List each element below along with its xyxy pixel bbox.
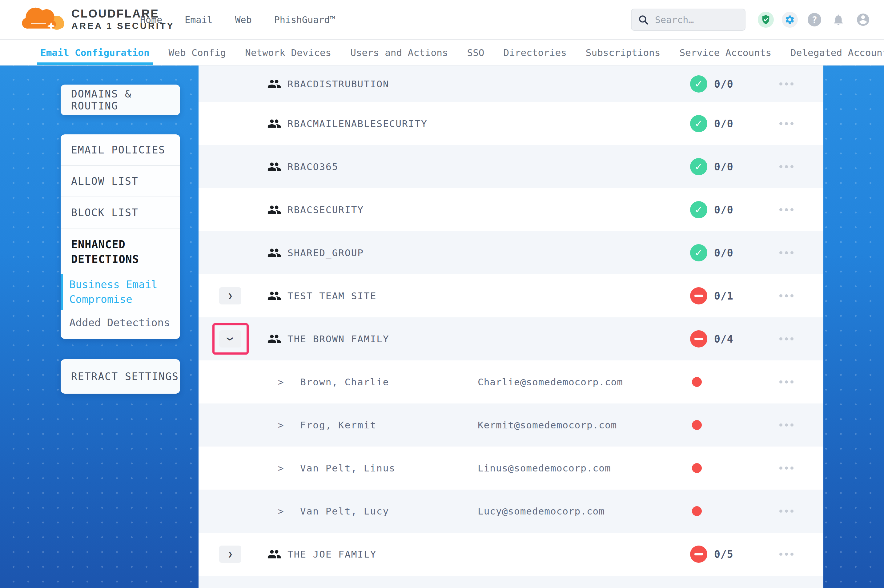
expand-toggle-button[interactable] — [219, 546, 241, 563]
nav-email[interactable]: Email — [185, 15, 212, 25]
table-row: THE BROWN FAMILY ✓ 0/4 — [198, 317, 823, 360]
search-box[interactable] — [631, 9, 746, 31]
member-count: 0/0 — [714, 247, 734, 259]
check-icon: ✓ — [695, 247, 703, 259]
member-chevron-icon — [278, 420, 284, 430]
status-dot — [692, 420, 702, 430]
table-row: SHARED_GROUP ✓ 0/0 — [198, 231, 823, 274]
top-navigation: Home Email Web PhishGuard™ — [140, 0, 335, 39]
row-email: Kermit@somedemocorp.com — [478, 420, 617, 430]
status-badge: ✓ — [690, 158, 707, 175]
table-row: RBACO365 ✓ 0/0 — [198, 145, 823, 188]
row-email: Linus@somedemocorp.com — [478, 462, 611, 474]
settings-gear-icon[interactable] — [782, 12, 798, 28]
table-row: Van Pelt, Lucy Lucy@somedemocorp.com ✓ — [198, 490, 823, 532]
nav-phishguard[interactable]: PhishGuard™ — [274, 15, 335, 25]
member-count: 0/0 — [714, 118, 734, 130]
sidebar-card-retract-settings[interactable]: RETRACT SETTINGS — [61, 359, 180, 394]
row-menu-button[interactable] — [772, 158, 801, 176]
help-icon[interactable]: ? — [806, 12, 822, 28]
row-email: Charlie@somedemocorp.com — [478, 376, 623, 387]
status-badge: ✓ — [690, 244, 707, 261]
member-chevron-icon — [278, 462, 284, 474]
tab-delegated-accounts[interactable]: Delegated Accounts — [791, 40, 884, 65]
security-shield-icon[interactable] — [758, 12, 774, 28]
sidebar-card-domains-routing[interactable]: DOMAINS & ROUTING — [61, 85, 180, 116]
tab-web-config[interactable]: Web Config — [169, 40, 226, 65]
table-row: RBACDISTRUBUTION ✓ 0/0 — [198, 66, 823, 102]
search-input[interactable] — [654, 14, 736, 26]
sidebar-item-business-email-compromise[interactable]: Business Email Compromise — [61, 275, 180, 309]
member-chevron-icon — [278, 376, 284, 387]
status-badge: ✓ — [690, 546, 707, 563]
sidebar-item-email-policies[interactable]: EMAIL POLICIES — [61, 134, 180, 166]
table-row: Frog, Kermit Kermit@somedemocorp.com ✓ — [198, 404, 823, 447]
tab-directories[interactable]: Directories — [504, 40, 567, 65]
table-row: TEST TEAM SITE ✓ 0/1 — [198, 274, 823, 317]
table-row: THE JOE FAMILY ✓ 0/5 — [198, 532, 823, 576]
row-name: THE JOE FAMILY — [287, 549, 376, 560]
search-icon — [638, 14, 649, 25]
check-icon: ✓ — [695, 204, 703, 216]
row-name: RBACMAILENABLESECURITY — [287, 118, 427, 129]
status-badge: ✓ — [690, 115, 707, 132]
notifications-bell-icon[interactable] — [830, 12, 846, 28]
row-email: Lucy@somedemocorp.com — [478, 506, 605, 517]
chevron-icon — [228, 292, 233, 300]
tab-network-devices[interactable]: Network Devices — [245, 40, 331, 65]
group-people-icon — [267, 289, 281, 303]
sidebar-item-retract-settings[interactable]: RETRACT SETTINGS — [61, 370, 179, 382]
row-menu-button[interactable] — [772, 286, 801, 305]
sidebar-card-email-policies: EMAIL POLICIES ALLOW LIST BLOCK LIST ENH… — [61, 134, 180, 339]
table-row: RBACSECURITY ✓ 0/0 — [198, 188, 823, 231]
app-header: CLOUDFLARE AREA 1 SECURITY Home Email We… — [0, 0, 884, 40]
nav-home[interactable]: Home — [140, 15, 162, 25]
row-menu-button[interactable] — [772, 201, 801, 219]
row-menu-button[interactable] — [772, 459, 801, 477]
row-menu-button[interactable] — [772, 416, 801, 434]
expand-toggle-button[interactable] — [219, 287, 241, 304]
row-menu-button[interactable] — [772, 244, 801, 262]
account-avatar-icon[interactable] — [855, 12, 871, 28]
table-row: RBACMAILENABLESECURITY ✓ 0/0 — [198, 102, 823, 145]
expand-toggle-button[interactable] — [219, 330, 241, 348]
group-people-icon — [267, 77, 281, 91]
row-name: Van Pelt, Lucy — [300, 506, 389, 517]
group-people-icon — [267, 332, 281, 346]
member-count: 0/1 — [714, 290, 734, 302]
member-count: 0/0 — [714, 78, 734, 90]
row-menu-button[interactable] — [772, 75, 801, 93]
nav-web[interactable]: Web — [235, 15, 252, 25]
member-count: 0/5 — [714, 548, 734, 560]
table-row: Brown, Charlie Charlie@somedemocorp.com … — [198, 360, 823, 404]
cloudflare-cloud-icon — [19, 4, 68, 34]
table-row-partial — [198, 576, 823, 588]
row-menu-button[interactable] — [772, 545, 801, 563]
row-menu-button[interactable] — [772, 502, 801, 520]
minus-icon — [695, 338, 703, 340]
check-icon: ✓ — [695, 118, 703, 129]
row-menu-button[interactable] — [772, 114, 801, 133]
tab-subscriptions[interactable]: Subscriptions — [586, 40, 660, 65]
tab-service-accounts[interactable]: Service Accounts — [679, 40, 771, 65]
tab-email-configuration[interactable]: Email Configuration — [40, 40, 150, 65]
status-badge: ✓ — [690, 330, 707, 348]
row-menu-button[interactable] — [772, 373, 801, 391]
tab-users-and-actions[interactable]: Users and Actions — [350, 40, 448, 65]
groups-table: RBACDISTRUBUTION ✓ 0/0 RBACMAILENABLESEC… — [198, 66, 823, 588]
sidebar-item-domains-routing[interactable]: DOMAINS & ROUTING — [61, 88, 180, 112]
chevron-icon — [228, 550, 233, 558]
row-menu-button[interactable] — [772, 330, 801, 348]
row-name: THE BROWN FAMILY — [287, 333, 389, 344]
status-badge: ✓ — [690, 75, 707, 93]
tab-sso[interactable]: SSO — [467, 40, 484, 65]
sidebar-item-allow-list[interactable]: ALLOW LIST — [61, 166, 180, 197]
sidebar-item-block-list[interactable]: BLOCK LIST — [61, 197, 180, 228]
sidebar-item-added-detections[interactable]: Added Detections — [61, 309, 180, 329]
row-name: RBACSECURITY — [287, 204, 364, 215]
row-name: Van Pelt, Linus — [300, 462, 395, 474]
row-name: Frog, Kermit — [300, 420, 376, 430]
chevron-icon — [226, 336, 234, 341]
row-name: RBACDISTRUBUTION — [287, 78, 389, 90]
check-icon: ✓ — [695, 78, 703, 90]
